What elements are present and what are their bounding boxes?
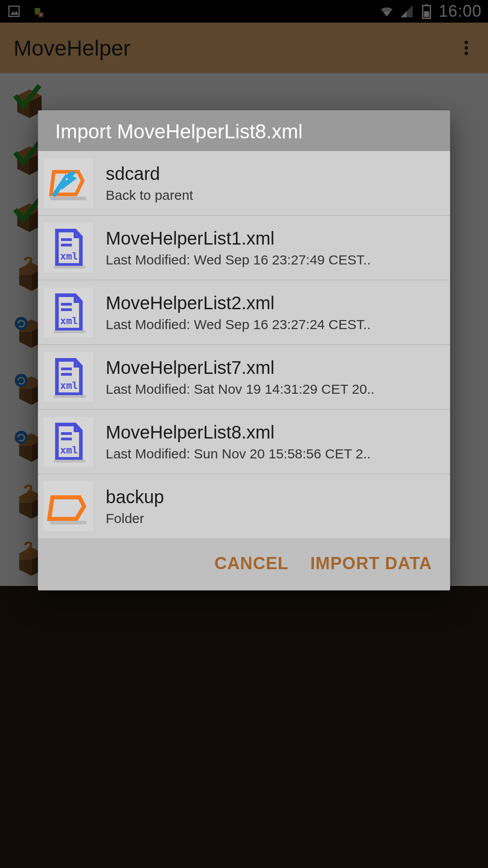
xml-file-icon: xml: [43, 417, 93, 467]
parent-folder-icon: [43, 158, 93, 208]
file-row[interactable]: xml MoveHelperList8.xml Last Modified: S…: [38, 410, 450, 474]
file-name: MoveHelperList1.xml: [106, 228, 445, 249]
file-row[interactable]: xml MoveHelperList1.xml Last Modified: W…: [38, 216, 450, 280]
file-sub: Last Modified: Sun Nov 20 15:58:56 CET 2…: [106, 446, 445, 462]
file-sub: Last Modified: Wed Sep 16 23:27:49 CEST.…: [106, 252, 445, 268]
file-name: backup: [106, 487, 445, 507]
svg-text:xml: xml: [60, 250, 78, 262]
file-list[interactable]: sdcard Back to parent xml MoveHelperList…: [38, 151, 450, 538]
file-sub: Last Modified: Wed Sep 16 23:27:24 CEST.…: [106, 317, 445, 332]
file-sub: Back to parent: [106, 188, 445, 203]
svg-marker-62: [49, 497, 84, 519]
xml-file-icon: xml: [43, 223, 93, 273]
import-dialog: Import MoveHelperList8.xml sdcard Back t…: [38, 110, 450, 590]
xml-file-icon: xml: [43, 288, 93, 337]
svg-text:xml: xml: [60, 315, 78, 326]
svg-text:xml: xml: [60, 380, 78, 391]
svg-rect-45: [50, 197, 86, 200]
file-row-parent[interactable]: sdcard Back to parent: [38, 151, 450, 216]
svg-rect-53: [54, 330, 85, 333]
file-sub: Last Modified: Sat Nov 19 14:31:29 CET 2…: [106, 382, 445, 397]
import-data-button[interactable]: IMPORT DATA: [310, 554, 432, 573]
dialog-title: Import MoveHelperList8.xml: [55, 120, 433, 143]
dialog-actions: CANCEL IMPORT DATA: [38, 538, 450, 590]
file-name: MoveHelperList8.xml: [106, 422, 445, 443]
file-name: sdcard: [106, 164, 445, 184]
dialog-header: Import MoveHelperList8.xml: [38, 110, 450, 151]
svg-text:xml: xml: [60, 444, 78, 456]
svg-rect-57: [54, 395, 85, 398]
svg-rect-63: [50, 521, 86, 524]
cancel-button[interactable]: CANCEL: [214, 554, 288, 573]
xml-file-icon: xml: [43, 352, 93, 402]
file-sub: Folder: [106, 511, 445, 526]
file-row-folder[interactable]: backup Folder: [38, 474, 450, 538]
file-row[interactable]: xml MoveHelperList7.xml Last Modified: S…: [38, 345, 450, 410]
file-row[interactable]: xml MoveHelperList2.xml Last Modified: W…: [38, 280, 450, 345]
svg-rect-49: [54, 266, 85, 269]
svg-rect-61: [54, 460, 85, 462]
folder-icon: [43, 481, 93, 531]
file-name: MoveHelperList7.xml: [106, 358, 445, 378]
file-name: MoveHelperList2.xml: [106, 293, 445, 313]
